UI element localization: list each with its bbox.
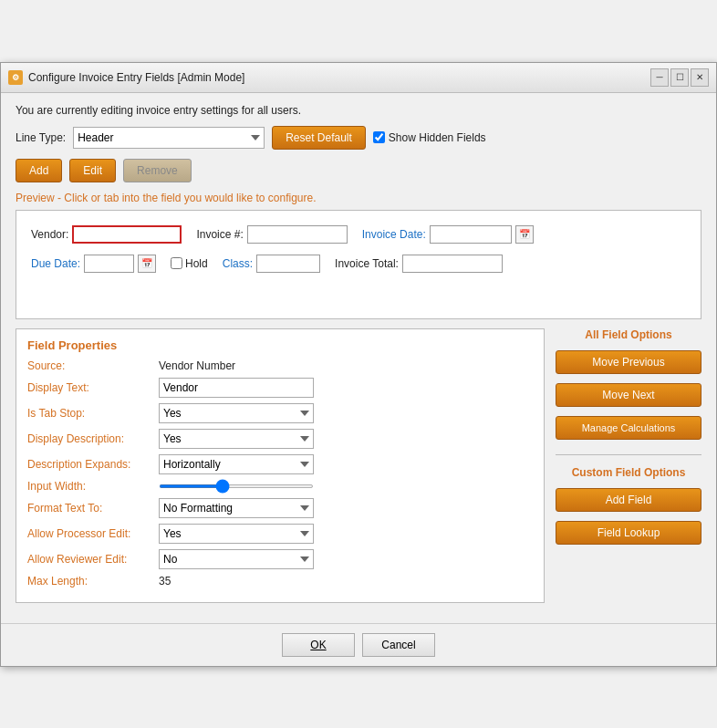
add-button[interactable]: Add [16,159,62,182]
is-tab-stop-label: Is Tab Stop: [27,407,155,420]
add-field-button[interactable]: Add Field [556,488,701,512]
field-properties-title: Field Properties [27,338,533,352]
invoice-total-field-group: Invoice Total: [335,255,503,273]
remove-button[interactable]: Remove [123,159,192,182]
input-width-label: Input Width: [27,480,155,493]
ok-button[interactable]: OK [282,633,355,657]
description-expands-row: Description Expands: Horizontally Vertic… [27,454,533,474]
window-title: Configure Invoice Entry Fields [Admin Mo… [28,71,244,84]
source-value: Vendor Number [159,359,235,372]
allow-processor-select[interactable]: Yes No [159,524,314,544]
custom-field-options-title: Custom Field Options [556,466,701,479]
max-length-label: Max Length: [27,575,155,588]
input-width-slider-container [159,484,314,488]
hold-label: Hold [185,257,208,270]
display-description-row: Display Description: Yes No [27,429,533,449]
class-label[interactable]: Class: [223,257,253,270]
info-text: You are currently editing invoice entry … [16,104,701,117]
window-icon: ⚙ [8,70,23,85]
invoice-num-input[interactable] [247,225,348,244]
preview-label: Preview - Click or tab into the field yo… [16,192,701,204]
invoice-date-input[interactable] [430,225,512,244]
field-properties-panel: Field Properties Source: Vendor Number D… [16,328,545,603]
show-hidden-checkbox[interactable] [373,131,385,143]
display-description-label: Display Description: [27,432,155,445]
manage-calculations-button[interactable]: Manage Calculations [556,416,701,440]
max-length-row: Max Length: 35 [27,575,533,588]
allow-processor-label: Allow Processor Edit: [27,527,155,540]
input-width-row: Input Width: [27,480,533,493]
is-tab-stop-row: Is Tab Stop: Yes No [27,403,533,423]
due-date-label[interactable]: Due Date: [31,257,80,270]
show-hidden-checkbox-group: Show Hidden Fields [373,131,486,144]
title-bar: ⚙ Configure Invoice Entry Fields [Admin … [1,63,716,93]
edit-button[interactable]: Edit [69,159,116,182]
bottom-section: Field Properties Source: Vendor Number D… [16,328,701,603]
invoice-total-label: Invoice Total: [335,257,399,270]
close-button[interactable]: ✕ [691,68,709,87]
show-hidden-label: Show Hidden Fields [389,131,486,144]
allow-reviewer-label: Allow Reviewer Edit: [27,553,155,566]
cancel-button[interactable]: Cancel [362,633,435,657]
invoice-date-calendar-button[interactable]: 📅 [515,225,534,244]
main-content: You are currently editing invoice entry … [1,93,716,623]
line-type-row: Line Type: Header Line Item Footer Reset… [16,126,701,150]
all-field-options-title: All Field Options [556,328,701,341]
invoice-num-label: Invoice #: [196,228,243,241]
move-next-button[interactable]: Move Next [556,383,701,407]
invoice-total-input[interactable] [402,255,503,273]
field-options-panel: All Field Options Move Previous Move Nex… [556,328,701,603]
format-text-select[interactable]: No Formatting Uppercase Lowercase Title … [159,498,314,518]
due-date-field-group: Due Date: 📅 [31,255,156,273]
main-window: ⚙ Configure Invoice Entry Fields [Admin … [0,62,717,667]
class-field-group: Class: [223,255,320,273]
preview-area[interactable]: Vendor: Invoice #: Invoice Date: 📅 [16,210,701,319]
display-text-input[interactable] [159,378,314,398]
vendor-input[interactable] [72,225,182,244]
action-buttons-row: Add Edit Remove [16,159,701,182]
display-description-select[interactable]: Yes No [159,429,314,449]
preview-row-2: Due Date: 📅 Hold Class: [31,255,686,273]
input-width-slider[interactable] [159,484,314,488]
field-lookup-button[interactable]: Field Lookup [556,521,701,545]
format-text-label: Format Text To: [27,502,155,515]
preview-fields: Vendor: Invoice #: Invoice Date: 📅 [31,225,686,273]
maximize-button[interactable]: ☐ [670,68,689,87]
title-bar-left: ⚙ Configure Invoice Entry Fields [Admin … [8,70,244,85]
invoice-date-label[interactable]: Invoice Date: [362,228,426,241]
preview-section: Preview - Click or tab into the field yo… [16,192,701,319]
source-row: Source: Vendor Number [27,359,533,372]
due-date-input[interactable] [84,255,134,273]
due-date-calendar-button[interactable]: 📅 [138,255,156,273]
vendor-label: Vendor: [31,228,68,241]
is-tab-stop-select[interactable]: Yes No [159,403,314,423]
allow-reviewer-select[interactable]: Yes No [159,549,314,569]
source-label: Source: [27,359,155,372]
line-type-label: Line Type: [16,131,66,144]
invoice-date-field-group: Invoice Date: 📅 [362,225,534,244]
vendor-field-group: Vendor: [31,225,182,244]
minimize-button[interactable]: ─ [650,68,669,87]
class-input[interactable] [256,255,320,273]
line-type-select[interactable]: Header Line Item Footer [73,127,265,149]
preview-row-1: Vendor: Invoice #: Invoice Date: 📅 [31,225,686,244]
window-controls: ─ ☐ ✕ [650,68,709,87]
footer: OK Cancel [1,623,716,666]
hold-field-group: Hold [171,257,208,270]
format-text-row: Format Text To: No Formatting Uppercase … [27,498,533,518]
max-length-value: 35 [159,575,171,588]
description-expands-label: Description Expands: [27,458,155,471]
display-text-row: Display Text: [27,378,533,398]
move-previous-button[interactable]: Move Previous [556,350,701,374]
hold-checkbox[interactable] [171,257,182,269]
invoice-num-field-group: Invoice #: [196,225,347,244]
description-expands-select[interactable]: Horizontally Vertically None [159,454,314,474]
allow-reviewer-row: Allow Reviewer Edit: Yes No [27,549,533,569]
reset-default-button[interactable]: Reset Default [272,126,366,150]
allow-processor-row: Allow Processor Edit: Yes No [27,524,533,544]
display-text-label: Display Text: [27,381,155,394]
options-divider [556,454,701,455]
